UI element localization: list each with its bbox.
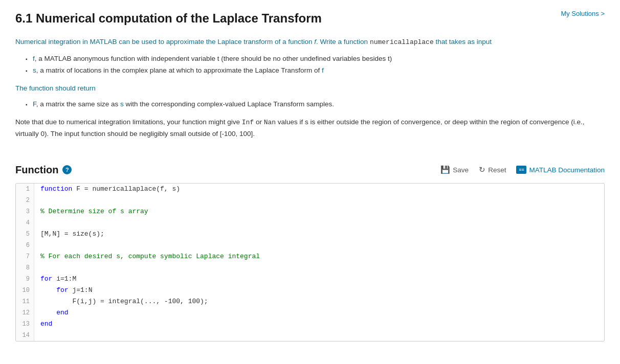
line-num-1: 1 <box>16 184 34 195</box>
line-content-10: for j=1:N <box>34 285 92 296</box>
code-editor[interactable]: 1 function F = numericallaplace(f, s) 2 … <box>15 183 605 342</box>
line-content-3: % Determine size of s array <box>34 206 148 217</box>
page-title: 6.1 Numerical computation of the Laplace… <box>15 10 605 26</box>
input-item-f: f, a MATLAB anonymous function with inde… <box>26 53 605 65</box>
input-item-s: s, a matrix of locations in the complex … <box>26 65 605 77</box>
save-label: Save <box>453 166 469 174</box>
line-num-2: 2 <box>16 195 34 206</box>
reset-icon: ↻ <box>479 165 485 174</box>
intro-text: Numerical integration in MATLAB can be u… <box>15 36 605 48</box>
code-line-14: 14 <box>16 330 604 341</box>
line-num-9: 9 <box>16 274 34 285</box>
line-content-4 <box>34 217 40 229</box>
line-num-4: 4 <box>16 217 34 229</box>
line-num-12: 12 <box>16 307 34 318</box>
input-list: f, a MATLAB anonymous function with inde… <box>15 53 605 77</box>
reset-label: Reset <box>488 166 506 174</box>
line-num-8: 8 <box>16 262 34 274</box>
code-line-11: 11 F(i,j) = integral(..., -100, 100); <box>16 296 604 307</box>
save-icon: 💾 <box>440 165 450 174</box>
line-content-2 <box>34 195 40 206</box>
line-content-11: F(i,j) = integral(..., -100, 100); <box>34 296 208 307</box>
line-num-6: 6 <box>16 240 34 251</box>
line-num-14: 14 <box>16 330 34 341</box>
line-content-1: function F = numericallaplace(f, s) <box>34 184 180 195</box>
function-actions: 💾 Save ↻ Reset ≡≡ MATLAB Documentation <box>440 165 605 174</box>
output-list: F, a matrix the same size as s with the … <box>15 99 605 110</box>
line-content-14 <box>34 330 40 341</box>
matlab-doc-icon: ≡≡ <box>516 166 526 174</box>
function-header: Function ? 💾 Save ↻ Reset ≡≡ MATLAB Docu… <box>15 164 605 176</box>
save-button[interactable]: 💾 Save <box>440 165 469 174</box>
line-content-9: for i=1:M <box>34 274 76 285</box>
code-line-8: 8 <box>16 262 604 274</box>
code-line-3: 3 % Determine size of s array <box>16 206 604 217</box>
matlab-doc-button[interactable]: ≡≡ MATLAB Documentation <box>516 166 605 174</box>
return-intro: The function should return <box>15 83 605 94</box>
code-line-12: 12 end <box>16 307 604 318</box>
function-title-text: Function <box>15 164 58 176</box>
output-item-F: F, a matrix the same size as s with the … <box>26 99 605 110</box>
code-line-7: 7 % For each desired s, compute symbolic… <box>16 251 604 262</box>
code-line-13: 13 end <box>16 318 604 330</box>
code-line-10: 10 for j=1:N <box>16 285 604 296</box>
line-content-6 <box>34 240 40 251</box>
line-num-10: 10 <box>16 285 34 296</box>
matlab-doc-label: MATLAB Documentation <box>529 166 605 174</box>
help-icon[interactable]: ? <box>62 165 72 174</box>
code-line-2: 2 <box>16 195 604 206</box>
code-line-9: 9 for i=1:M <box>16 274 604 285</box>
my-solutions-link[interactable]: My Solutions > <box>561 10 605 17</box>
reset-button[interactable]: ↻ Reset <box>479 165 506 174</box>
function-title-group: Function ? <box>15 164 72 176</box>
code-line-1: 1 function F = numericallaplace(f, s) <box>16 184 604 195</box>
line-content-5: [M,N] = size(s); <box>34 229 104 240</box>
code-line-5: 5 [M,N] = size(s); <box>16 229 604 240</box>
line-content-12: end <box>34 307 69 318</box>
description-block: Numerical integration in MATLAB can be u… <box>15 36 605 140</box>
note-text: Note that due to numerical integration l… <box>15 117 605 139</box>
line-num-11: 11 <box>16 296 34 307</box>
code-line-6: 6 <box>16 240 604 251</box>
line-num-13: 13 <box>16 318 34 330</box>
line-num-5: 5 <box>16 229 34 240</box>
line-content-7: % For each desired s, compute symbolic L… <box>34 251 260 262</box>
code-line-4: 4 <box>16 217 604 229</box>
line-content-8 <box>34 262 40 274</box>
line-content-13: end <box>34 318 52 330</box>
line-num-3: 3 <box>16 206 34 217</box>
line-num-7: 7 <box>16 251 34 262</box>
